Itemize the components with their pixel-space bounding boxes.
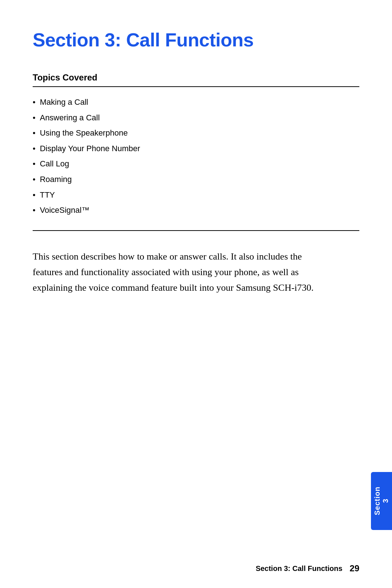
topic-label: TTY [40,190,55,200]
footer-label: Section 3: Call Functions [256,564,342,573]
bullet-icon: • [33,174,36,185]
bullet-icon: • [33,190,36,200]
description-text: This section describes how to make or an… [33,249,330,296]
topic-label: Display Your Phone Number [40,144,140,154]
page-container: Section 3: Call Functions Topics Covered… [0,0,392,588]
bullet-icon: • [33,144,36,154]
bullet-icon: • [33,159,36,169]
topics-covered-header: Topics Covered [33,73,359,87]
topic-label: Call Log [40,159,69,169]
list-item: • Call Log [33,159,359,169]
topic-label: Using the Speakerphone [40,128,128,138]
topic-label: Making a Call [40,97,88,108]
bullet-icon: • [33,205,36,216]
footer-page-number: 29 [350,563,359,573]
list-item: • TTY [33,190,359,200]
list-item: • VoiceSignal™ [33,205,359,216]
list-item: • Roaming [33,174,359,185]
side-tab-text: Section3 [373,486,390,515]
section-title: Section 3: Call Functions [33,29,359,51]
bullet-icon: • [33,113,36,123]
list-item: • Using the Speakerphone [33,128,359,138]
bullet-icon: • [33,97,36,108]
section-divider [33,230,359,231]
list-item: • Answering a Call [33,113,359,123]
list-item: • Display Your Phone Number [33,144,359,154]
topics-covered-section: Topics Covered • Making a Call • Answeri… [33,73,359,216]
bullet-icon: • [33,128,36,138]
topic-label: Roaming [40,174,72,185]
topic-label: Answering a Call [40,113,100,123]
topic-label: VoiceSignal™ [40,205,90,216]
footer: Section 3: Call Functions 29 [33,563,359,573]
side-tab: Section3 [371,472,392,530]
list-item: • Making a Call [33,97,359,108]
topics-list: • Making a Call • Answering a Call • Usi… [33,97,359,216]
